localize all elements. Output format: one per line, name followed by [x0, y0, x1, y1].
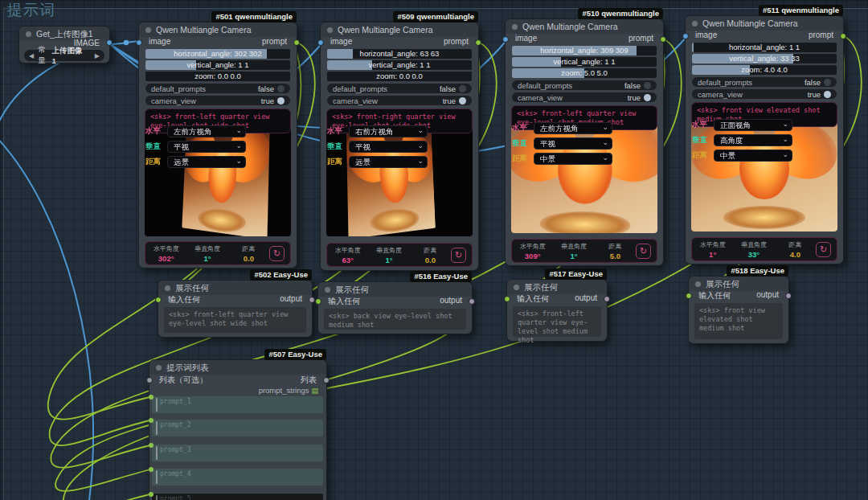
zoom-slider[interactable]: zoom: 5.0 5.0	[512, 68, 657, 78]
output-port[interactable]	[785, 293, 792, 299]
collapse-dot-icon[interactable]	[26, 31, 31, 37]
reset-view-button[interactable]: ↻	[451, 248, 466, 263]
camera-3d-preview[interactable]	[145, 122, 291, 236]
any-input-port[interactable]	[504, 296, 510, 302]
default-prompts-toggle[interactable]: default_promptsfalse	[512, 80, 657, 90]
distance-select[interactable]: 远景⌄	[349, 156, 428, 168]
output-port[interactable]	[469, 298, 475, 305]
prompt-output-port[interactable]	[293, 39, 300, 46]
list-output-port[interactable]	[323, 377, 330, 383]
vertical-view-select[interactable]: 平视⌄	[534, 137, 612, 150]
collapse-dot-icon[interactable]	[512, 24, 518, 30]
image-input-port[interactable]	[682, 33, 689, 39]
constant-selector-widget[interactable]: ◀ 常量 上传图像1 ▶	[24, 50, 104, 61]
prompt5-textarea[interactable]	[152, 494, 323, 500]
prompt4-input-port[interactable]	[149, 467, 154, 472]
zoom-slider[interactable]: zoom: 0.0 0.0	[327, 72, 472, 81]
image-input-port[interactable]	[136, 39, 142, 46]
collapse-dot-icon[interactable]	[692, 21, 698, 27]
default-prompts-toggle[interactable]: default_promptsfalse	[145, 84, 290, 93]
image-output-port[interactable]	[106, 39, 113, 46]
horizontal-angle-slider[interactable]: horizontal_angle: 63 63	[327, 49, 472, 59]
zoom-slider[interactable]: zoom: 0.0 0.0	[145, 72, 290, 81]
horizontal-view-select[interactable]: 左前方视角⌄	[167, 125, 246, 137]
prompt-strings-toggle-icon[interactable]: ▤	[311, 387, 318, 395]
node-graph-canvas[interactable]: 提示词 Get_上传图像1 IMAGE	[0, 0, 868, 500]
reset-view-button[interactable]: ↻	[636, 244, 651, 259]
camera-view-toggle[interactable]: camera_viewtrue	[327, 96, 472, 105]
collapse-dot-icon[interactable]	[165, 285, 170, 291]
prev-arrow-icon[interactable]: ◀	[29, 52, 34, 59]
image-input-port[interactable]	[502, 36, 509, 43]
any-input-port[interactable]	[155, 297, 162, 303]
node-show-any-516[interactable]: #516 Easy-Use 展示任何 输入任何 output <sks> bac…	[317, 281, 473, 334]
prompt2-textarea[interactable]	[152, 420, 323, 436]
any-input-port[interactable]	[686, 293, 692, 299]
prompt2-input-port[interactable]	[149, 418, 154, 423]
node-show-any-518[interactable]: #518 Easy-Use 展示任何 输入任何 output <sks> fro…	[688, 276, 789, 344]
default-prompts-toggle[interactable]: default_promptsfalse	[692, 77, 837, 87]
prompt-output-port[interactable]	[840, 33, 846, 39]
node-title-bar[interactable]: Qwen Multiangle Camera	[506, 19, 663, 34]
collapse-dot-icon[interactable]	[145, 27, 151, 33]
prompt4-textarea[interactable]	[152, 469, 323, 486]
node-qwen-multiangle-511[interactable]: #511 qwenmultiangle Qwen Multiangle Came…	[685, 15, 844, 264]
node-qwen-multiangle-510[interactable]: #510 qwenmultiangle Qwen Multiangle Came…	[505, 18, 664, 266]
prompt1-input-port[interactable]	[149, 395, 154, 400]
horizontal-view-select[interactable]: 右前方视角⌄	[349, 125, 428, 137]
collapse-dot-icon[interactable]	[514, 285, 519, 290]
camera-3d-preview[interactable]	[511, 119, 657, 233]
horizontal-view-select[interactable]: 正面视角⌄	[714, 119, 792, 131]
distance-select[interactable]: 远景⌄	[167, 156, 246, 168]
node-show-any-502[interactable]: #502 Easy-Use 展示任何 输入任何 output <sks> fro…	[158, 280, 313, 338]
node-title-bar[interactable]: Qwen Multiangle Camera	[139, 23, 297, 37]
prompt3-textarea[interactable]	[152, 445, 323, 461]
collapse-dot-icon[interactable]	[695, 281, 701, 287]
shown-text[interactable]: <sks> front-left quarter view eye-level …	[513, 306, 601, 337]
next-arrow-icon[interactable]: ▶	[95, 52, 100, 59]
camera-view-toggle[interactable]: camera_viewtrue	[512, 92, 657, 102]
camera-view-toggle[interactable]: camera_viewtrue	[145, 96, 290, 105]
node-qwen-multiangle-501[interactable]: #501 qwenmultiangle Qwen Multiangle Came…	[138, 22, 297, 268]
node-get-image[interactable]: Get_上传图像1 IMAGE ◀ 常量 上传图像1 ▶	[18, 26, 110, 64]
zoom-slider[interactable]: zoom: 4.0 4.0	[692, 65, 837, 75]
distance-select[interactable]: 中景⌄	[714, 150, 792, 162]
vertical-angle-slider[interactable]: vertical_angle: 1 1	[327, 60, 472, 70]
camera-3d-preview[interactable]	[326, 122, 473, 236]
vertical-view-select[interactable]: 平视⌄	[349, 141, 428, 153]
vertical-angle-slider[interactable]: vertical_angle: 33 33	[692, 54, 837, 64]
node-title-bar[interactable]: 展示任何	[158, 281, 312, 295]
any-input-port[interactable]	[315, 298, 321, 305]
prompt5-input-port[interactable]	[149, 492, 154, 497]
horizontal-angle-slider[interactable]: horizontal_angle: 309 309	[512, 46, 657, 55]
shown-text[interactable]: <sks> front-left quarter view eye-level …	[164, 307, 306, 333]
node-prompt-list-507[interactable]: #507 Easy-Use 提示词列表 列表（可选） 列表 prompt_str…	[149, 359, 327, 500]
node-title-bar[interactable]: 提示词列表	[149, 360, 326, 375]
node-title-bar[interactable]: 展示任何	[689, 277, 788, 291]
prompt1-textarea[interactable]	[152, 396, 323, 413]
vertical-view-select[interactable]: 平视⌄	[167, 141, 246, 153]
default-prompts-toggle[interactable]: default_promptsfalse	[327, 84, 472, 93]
collapse-dot-icon[interactable]	[325, 287, 330, 293]
output-port[interactable]	[604, 296, 610, 302]
horizontal-angle-slider[interactable]: horizontal_angle: 302 302	[145, 49, 290, 59]
vertical-angle-slider[interactable]: vertical_angle: 1 1	[145, 60, 290, 70]
distance-select[interactable]: 中景⌄	[534, 153, 612, 165]
image-input-port[interactable]	[317, 39, 324, 46]
node-title-bar[interactable]: 展示任何	[318, 282, 472, 297]
prompt3-input-port[interactable]	[149, 443, 154, 448]
output-port[interactable]	[309, 297, 315, 303]
reset-view-button[interactable]: ↻	[816, 242, 831, 257]
shown-text[interactable]: <sks> back view eye-level shot medium sh…	[324, 309, 466, 330]
camera-3d-preview[interactable]	[691, 116, 837, 232]
reset-view-button[interactable]: ↻	[269, 246, 285, 261]
horizontal-angle-slider[interactable]: horizontal_angle: 1 1	[692, 43, 837, 52]
vertical-view-select[interactable]: 高角度⌄	[714, 134, 792, 146]
node-title-bar[interactable]: 展示任何	[507, 280, 607, 294]
node-show-any-517[interactable]: #517 Easy-Use 展示任何 输入任何 output <sks> fro…	[506, 279, 608, 342]
horizontal-view-select[interactable]: 左前方视角⌄	[534, 122, 612, 134]
node-qwen-multiangle-509[interactable]: #509 qwenmultiangle Qwen Multiangle Came…	[320, 22, 479, 271]
prompt-output-port[interactable]	[475, 39, 481, 46]
vertical-angle-slider[interactable]: vertical_angle: 1 1	[512, 57, 657, 67]
node-title-bar[interactable]: Qwen Multiangle Camera	[686, 16, 843, 31]
